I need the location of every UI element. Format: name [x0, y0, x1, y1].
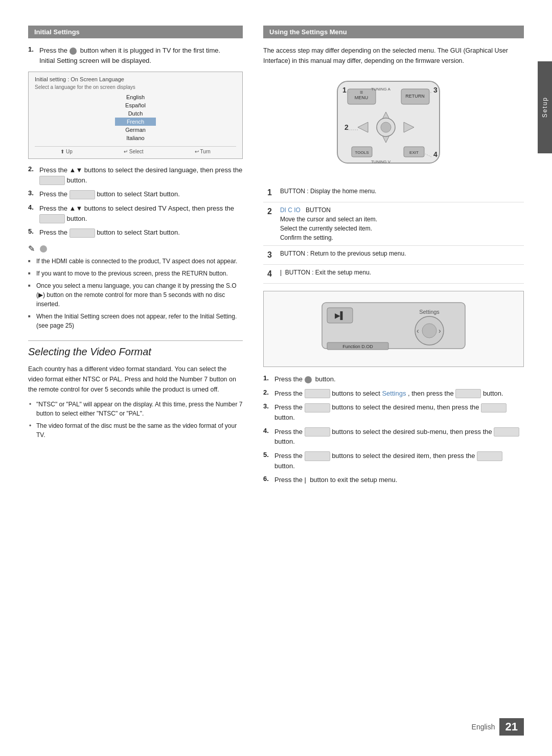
- callout-num-4: 4: [263, 265, 276, 284]
- remote-diagram-container: MENU ☰ TUNING A RETURN 1 3: [263, 71, 524, 178]
- di-c-io-label: DI C IO: [280, 207, 301, 214]
- video-section-title: Selecting the Video Format: [28, 346, 243, 358]
- power-btn-r1: [305, 376, 312, 383]
- svg-text:TUNING A: TUNING A: [371, 87, 390, 91]
- step-2-text: Press the ▲▼ buttons to select the desir…: [39, 165, 243, 185]
- note-item-1: If the HDMI cable is connected to the pr…: [28, 257, 243, 266]
- r-step-6: 6. Press the | button to exit the setup …: [263, 475, 524, 485]
- r-step-5-text: Press the buttons to select the desired …: [274, 451, 524, 471]
- r-step-1: 1. Press the button.: [263, 374, 524, 384]
- svg-text:☰: ☰: [360, 90, 363, 94]
- step-4: 4. Press the ▲▼ buttons to select desire…: [28, 203, 243, 223]
- footer-number: 21: [499, 718, 524, 736]
- r-step-5-num: 5.: [263, 451, 271, 459]
- r-step-4-num: 4.: [263, 427, 271, 434]
- step-4-num: 4.: [28, 203, 36, 211]
- page-footer: English 21: [472, 718, 524, 736]
- svg-point-31: [422, 324, 436, 338]
- page-content: Initial Settings 1. Press the button whe…: [0, 0, 552, 515]
- callout-desc-3: BUTTON : Return to the previous setup me…: [276, 246, 524, 265]
- svg-point-14: [381, 122, 391, 132]
- r-step-2-num: 2.: [263, 388, 271, 396]
- step-3-text: Press the button to select Start button.: [39, 189, 243, 199]
- footer-text: English: [472, 723, 495, 731]
- svg-text:RETURN: RETURN: [405, 94, 425, 99]
- ok-btn-3: [70, 190, 95, 200]
- callout-num-1: 1: [263, 184, 276, 202]
- main-two-col: Initial Settings 1. Press the button whe…: [28, 26, 524, 489]
- step-5: 5. Press the button to select Start butt…: [28, 227, 243, 238]
- r-step-1-num: 1.: [263, 374, 271, 382]
- lang-english: English: [35, 93, 236, 101]
- control-turn: ↩ Turn: [195, 149, 211, 154]
- btn-r4b: [494, 427, 519, 437]
- player-svg: ▶▌ Settings ‹ › Function D.OD: [317, 297, 470, 359]
- right-intro: The access step may differ depending on …: [263, 45, 524, 66]
- step-1: 1. Press the button when it is plugged i…: [28, 45, 243, 65]
- callout-row-2: 2 DI C IO BUTTON Move the cursor and sel…: [263, 202, 524, 246]
- step-4-text: Press the ▲▼ buttons to select desired T…: [39, 203, 243, 223]
- svg-text:3: 3: [433, 86, 438, 94]
- svg-text:TOOLS: TOOLS: [355, 150, 369, 155]
- r-step-4-text: Press the buttons to select the desired …: [274, 427, 524, 447]
- svg-text:TUNING V: TUNING V: [371, 159, 391, 164]
- r-step-2-text: Press the buttons to select Settings , t…: [274, 388, 524, 399]
- svg-text:›: ›: [439, 327, 441, 335]
- r-step-6-num: 6.: [263, 475, 271, 483]
- r-step-3-num: 3.: [263, 402, 271, 410]
- lang-espanol: Español: [35, 101, 236, 109]
- section-divider: [28, 340, 243, 341]
- callout-desc-4: | BUTTON : Exit the setup menu.: [276, 265, 524, 284]
- note-header: ✎: [28, 244, 243, 254]
- svg-text:MENU: MENU: [355, 95, 369, 100]
- step-5-num: 5.: [28, 227, 36, 235]
- r-step-6-text: Press the | button to exit the setup men…: [274, 475, 524, 485]
- control-select: ↵ Select: [124, 149, 144, 154]
- note-item-2: If you want to move to the previous scre…: [28, 269, 243, 278]
- language-list: English Español Dutch French German Ital…: [35, 93, 236, 142]
- screen-preview: Initial setting : On Screen Language Sel…: [28, 72, 243, 159]
- player-diagram: ▶▌ Settings ‹ › Function D.OD: [263, 291, 524, 367]
- control-up: ⬆ Up: [60, 149, 73, 154]
- r-step-3-text: Press the buttons to select the desired …: [274, 402, 524, 422]
- ok-btn-5: [70, 228, 95, 238]
- screen-title: Initial setting : On Screen Language: [35, 76, 236, 82]
- svg-text:Function      D.OD: Function D.OD: [342, 344, 373, 349]
- step-2: 2. Press the ▲▼ buttons to select the de…: [28, 165, 243, 185]
- svg-text:‹: ‹: [417, 327, 419, 335]
- note-circle-icon: [40, 245, 47, 253]
- btn-r2a: [305, 389, 330, 399]
- callout-desc-1: BUTTON : Display the home menu.: [276, 184, 524, 202]
- r-step-5: 5. Press the buttons to select the desir…: [263, 451, 524, 471]
- right-steps: 1. Press the button. 2. Press the button…: [263, 374, 524, 485]
- callout-row-1: 1 BUTTON : Display the home menu.: [263, 184, 524, 202]
- step-3-num: 3.: [28, 189, 36, 197]
- callout-desc-2: DI C IO BUTTON Move the cursor and selec…: [276, 202, 524, 246]
- power-button-icon: [70, 48, 77, 55]
- svg-text:▶▌: ▶▌: [335, 311, 346, 320]
- lang-german: German: [35, 126, 236, 134]
- svg-text:1: 1: [342, 86, 347, 94]
- screen-controls: ⬆ Up ↵ Select ↩ Turn: [35, 146, 236, 154]
- svg-text:Settings: Settings: [419, 309, 440, 315]
- callout-num-2: 2: [263, 202, 276, 246]
- note-section: ✎ If the HDMI cable is connected to the …: [28, 244, 243, 330]
- callout-table: 1 BUTTON : Display the home menu. 2 DI C…: [263, 184, 524, 284]
- r-step-2: 2. Press the buttons to select Settings …: [263, 388, 524, 399]
- left-column: Initial Settings 1. Press the button whe…: [28, 26, 243, 489]
- note-item-3: Once you select a menu language, you can…: [28, 281, 243, 309]
- lang-french: French: [115, 118, 156, 126]
- btn-r5a: [305, 451, 330, 461]
- btn-r3b: [481, 403, 507, 413]
- video-bullet-list: "NTSC" or "PAL" will appear on the displ…: [28, 400, 243, 440]
- svg-text:EXIT: EXIT: [409, 150, 419, 155]
- remote-svg: MENU ☰ TUNING A RETURN 1 3: [307, 71, 480, 178]
- btn-r3a: [305, 403, 330, 413]
- step-1-text: Press the button when it is plugged in T…: [39, 45, 243, 65]
- step-2-num: 2.: [28, 165, 36, 173]
- screen-subtitle: Select a language for the on screen disp…: [35, 84, 236, 90]
- right-column: Using the Settings Menu The access step …: [263, 26, 524, 489]
- note-pencil-icon: ✎: [28, 244, 35, 254]
- right-section-header: Using the Settings Menu: [263, 26, 524, 38]
- r-step-1-text: Press the button.: [274, 374, 524, 384]
